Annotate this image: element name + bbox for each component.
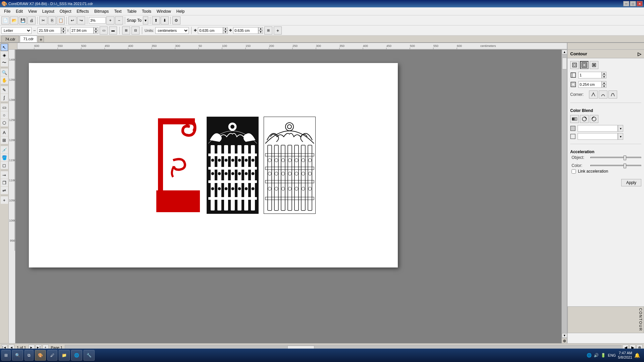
start-button[interactable]: ⊞ [1, 350, 11, 361]
object-slider-track[interactable] [590, 157, 641, 158]
export-button[interactable]: ⬇ [161, 16, 169, 24]
undo-button[interactable]: ↩ [68, 16, 76, 24]
counter-color-blend-button[interactable] [590, 115, 598, 123]
text-tool[interactable]: A [1, 129, 8, 136]
page-height-input[interactable] [70, 27, 94, 34]
search-button[interactable]: 🔍 [12, 350, 23, 361]
menu-tools[interactable]: Tools [139, 8, 154, 14]
browser-taskbar-btn[interactable]: 🌐 [71, 350, 82, 361]
contour-outside-button[interactable] [580, 61, 589, 69]
notification-icon[interactable]: 🔔 [634, 353, 640, 358]
width-up-button[interactable]: ▲ [61, 27, 66, 31]
menu-layout[interactable]: Layout [40, 8, 57, 14]
height-down-button[interactable]: ▼ [94, 31, 98, 34]
table-tool[interactable]: ⊞ [1, 136, 8, 144]
print-button[interactable]: 🖨 [28, 16, 36, 24]
corner-bevel-button[interactable] [608, 90, 617, 99]
scroll-down-button[interactable]: ▼ [562, 333, 567, 338]
select-tool[interactable]: ↖ [1, 44, 8, 51]
menu-effects[interactable]: Effects [74, 8, 92, 14]
battery-icon[interactable]: 🔋 [601, 353, 606, 358]
artwork-black1[interactable] [207, 117, 259, 215]
clockwise-color-blend-button[interactable] [580, 115, 589, 123]
page-clone-button[interactable]: ⊞ [122, 26, 130, 35]
offset-input[interactable] [578, 81, 602, 88]
snap-to-dropdown[interactable]: ▾ [143, 16, 148, 24]
polygon-tool[interactable]: ⬡ [1, 119, 8, 126]
copy-button[interactable]: ⎘ [48, 16, 56, 24]
zoom-out-button[interactable]: − [115, 16, 123, 24]
zoom-tool[interactable]: 🔍 [1, 69, 8, 76]
x-pos-input[interactable] [198, 27, 223, 34]
v-scroll-track[interactable] [562, 54, 567, 333]
steps-down-button[interactable]: ▼ [602, 75, 606, 78]
photoshop-taskbar-btn[interactable]: 🖊 [47, 350, 57, 361]
add-page-icon-btn[interactable]: + [1, 196, 8, 204]
add-page-button[interactable]: + [274, 26, 282, 35]
options-button[interactable]: ⚙ [172, 16, 180, 24]
color1-dropdown-arrow[interactable]: ▾ [618, 125, 623, 132]
redo-button[interactable]: ↪ [77, 16, 85, 24]
close-button[interactable]: ✕ [637, 1, 643, 6]
landscape-button[interactable]: ▬ [109, 26, 117, 35]
x-down-button[interactable]: ▼ [223, 31, 228, 34]
maximize-button[interactable]: □ [630, 1, 636, 6]
color-slider-thumb[interactable] [624, 164, 626, 168]
fill-tool[interactable]: 🪣 [1, 154, 8, 161]
page-delete-button[interactable]: ⊟ [131, 26, 140, 35]
outline-tool[interactable]: ◻ [1, 162, 8, 169]
x-up-button[interactable]: ▲ [223, 27, 228, 31]
paste-button[interactable]: 📋 [57, 16, 65, 24]
ellipse-tool[interactable]: ○ [1, 111, 8, 119]
contour-center-button[interactable] [590, 61, 598, 69]
menu-window[interactable]: Window [154, 8, 174, 14]
coreldraw-taskbar-btn[interactable]: 🎨 [35, 350, 46, 361]
v-scroll-thumb[interactable] [562, 58, 567, 69]
freehand-tool[interactable]: ✎ [1, 86, 8, 94]
color2-dropdown-arrow[interactable]: ▾ [618, 133, 623, 140]
contour-inside-button[interactable] [570, 61, 579, 69]
canvas-fit-button[interactable]: ⊕ [562, 338, 567, 343]
save-button[interactable]: 💾 [19, 16, 27, 24]
cut-button[interactable]: ✂ [39, 16, 47, 24]
y-down-button[interactable]: ▼ [258, 31, 263, 34]
blend-tool[interactable]: ⇌ [1, 187, 8, 194]
artwork-red[interactable] [156, 117, 200, 215]
taskview-button[interactable]: ⧉ [24, 350, 34, 361]
color-slider-track[interactable] [590, 165, 641, 166]
shadow-tool[interactable]: ❐ [1, 179, 8, 186]
corner-round-button[interactable] [599, 90, 607, 99]
minimize-button[interactable]: ─ [623, 1, 629, 6]
tab-71cdr[interactable]: 71.cdr [20, 36, 38, 42]
canvas-area[interactable]: ▲ ▼ ⊕ [15, 50, 567, 343]
connector-tool[interactable]: ⊸ [1, 171, 8, 179]
menu-file[interactable]: File [1, 8, 13, 14]
y-pos-input[interactable] [233, 27, 258, 34]
bezier-tool[interactable]: ∫ [1, 94, 8, 101]
tab-add-button[interactable]: + [38, 36, 44, 42]
offset-up-button[interactable]: ▲ [602, 81, 606, 84]
units-select[interactable]: centimeters [155, 27, 189, 34]
eyedropper-tool[interactable]: 💉 [1, 146, 8, 154]
menu-table[interactable]: Table [124, 8, 139, 14]
volume-icon[interactable]: 🔊 [594, 353, 599, 358]
shape-tool[interactable]: ◈ [1, 51, 8, 59]
portrait-button[interactable]: ▭ [100, 26, 108, 35]
scroll-up-button[interactable]: ▲ [562, 50, 567, 54]
menu-object[interactable]: Object [57, 8, 74, 14]
snap-grid-button[interactable]: ⊞ [264, 26, 272, 35]
artwork-black2[interactable] [264, 117, 316, 215]
page-width-input[interactable] [38, 27, 61, 34]
y-up-button[interactable]: ▲ [258, 27, 263, 31]
smear-tool[interactable]: 〜 [1, 59, 8, 66]
import-button[interactable]: ⬆ [152, 16, 160, 24]
page-size-select[interactable]: Letter [1, 27, 32, 34]
menu-text[interactable]: Text [111, 8, 124, 14]
new-button[interactable]: 📄 [1, 16, 9, 24]
color1-box[interactable] [578, 125, 618, 132]
contour-side-tab[interactable]: CONTOUR [568, 306, 644, 333]
apply-button[interactable]: Apply [621, 179, 641, 186]
link-acceleration-checkbox[interactable] [572, 169, 576, 174]
rect-tool[interactable]: ▭ [1, 104, 8, 111]
zoom-in-button[interactable]: + [106, 16, 114, 24]
